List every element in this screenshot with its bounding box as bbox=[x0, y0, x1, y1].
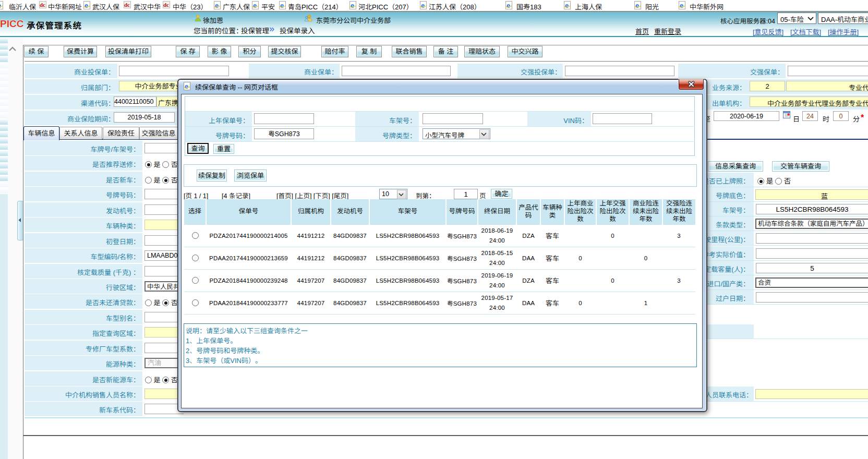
svg-text:e: e bbox=[507, 2, 510, 9]
svg-text:e: e bbox=[253, 2, 257, 9]
svg-text:e: e bbox=[421, 2, 425, 9]
svg-text:e: e bbox=[565, 2, 569, 9]
svg-text:e: e bbox=[85, 2, 88, 9]
svg-text:e: e bbox=[635, 2, 639, 9]
svg-text:e: e bbox=[215, 2, 219, 9]
svg-text:e: e bbox=[185, 82, 188, 90]
svg-text:dc: dc bbox=[124, 2, 130, 8]
svg-text:e: e bbox=[680, 2, 683, 9]
svg-text:dc: dc bbox=[163, 2, 169, 8]
svg-text:e: e bbox=[351, 2, 354, 9]
svg-text:dc: dc bbox=[40, 2, 45, 8]
svg-text:e: e bbox=[280, 2, 284, 9]
